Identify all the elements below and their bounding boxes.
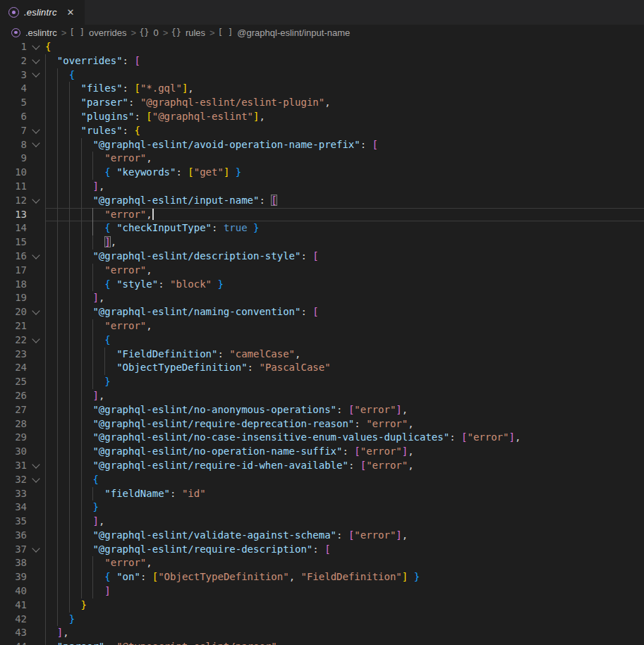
code-text[interactable]: "FieldDefinition": "camelCase", (45, 348, 644, 362)
code-text[interactable]: ], (45, 291, 644, 305)
code-line[interactable]: 5 "parser": "@graphql-eslint/eslint-plug… (0, 96, 644, 110)
code-line[interactable]: 44 "parser": "@typescript-eslint/parser" (0, 640, 644, 645)
code-line[interactable]: 20 "@graphql-eslint/naming-convention": … (0, 305, 644, 319)
code-text[interactable]: "@graphql-eslint/description-style": [ (45, 250, 644, 264)
code-line[interactable]: 6 "plugins": ["@graphql-eslint"], (0, 110, 644, 124)
code-line[interactable]: 11 ], (0, 180, 644, 194)
code-line[interactable]: 21 "error", (0, 319, 644, 333)
code-text[interactable]: "@graphql-eslint/no-case-insensitive-enu… (45, 431, 644, 445)
code-text[interactable]: ], (45, 626, 644, 640)
fold-chevron-icon[interactable] (27, 194, 45, 208)
fold-chevron-icon[interactable] (27, 68, 45, 82)
code-text[interactable]: { "on": ["ObjectTypeDefinition", "FieldD… (45, 570, 644, 584)
code-line[interactable]: 38 "error", (0, 556, 644, 570)
code-text[interactable]: ], (45, 180, 644, 194)
code-line[interactable]: 15 ], (0, 235, 644, 250)
code-line[interactable]: 26 ], (0, 389, 644, 403)
code-line[interactable]: 16 "@graphql-eslint/description-style": … (0, 250, 644, 264)
code-line[interactable]: 9 "error", (0, 152, 644, 166)
code-line[interactable]: 25 } (0, 375, 644, 389)
code-text[interactable]: } (45, 613, 644, 627)
code-line[interactable]: 19 ], (0, 291, 644, 305)
code-line[interactable]: 42 } (0, 613, 644, 627)
code-text[interactable]: ], (45, 515, 644, 529)
code-line[interactable]: 18 { "style": "block" } (0, 278, 644, 292)
breadcrumb-item[interactable]: 0 (154, 27, 159, 38)
fold-chevron-icon[interactable] (27, 40, 45, 54)
code-text[interactable]: "@graphql-eslint/require-description": [ (45, 543, 644, 557)
code-text[interactable]: "@graphql-eslint/naming-convention": [ (45, 305, 644, 319)
code-line[interactable]: 30 "@graphql-eslint/no-operation-name-su… (0, 445, 644, 459)
fold-chevron-icon[interactable] (27, 305, 45, 319)
code-line[interactable]: 8 "@graphql-eslint/avoid-operation-name-… (0, 138, 644, 152)
code-text[interactable]: "fieldName": "id" (45, 487, 644, 501)
code-text[interactable]: ], (45, 389, 644, 403)
code-line[interactable]: 39 { "on": ["ObjectTypeDefinition", "Fie… (0, 570, 644, 584)
fold-chevron-icon[interactable] (27, 543, 45, 557)
code-line[interactable]: 12 "@graphql-eslint/input-name": [ (0, 194, 644, 208)
fold-chevron-icon[interactable] (27, 54, 45, 68)
code-text[interactable]: "error", (45, 556, 644, 570)
code-line[interactable]: 23 "FieldDefinition": "camelCase", (0, 348, 644, 362)
code-line[interactable]: 3 { (0, 68, 644, 82)
code-line[interactable]: 7 "rules": { (0, 124, 644, 138)
code-text[interactable]: { (45, 68, 644, 82)
code-text[interactable]: { (45, 40, 644, 54)
code-line[interactable]: 31 "@graphql-eslint/require-id-when-avai… (0, 459, 644, 473)
code-text[interactable]: } (45, 598, 644, 613)
code-line[interactable]: 37 "@graphql-eslint/require-description"… (0, 543, 644, 557)
fold-chevron-icon[interactable] (27, 473, 45, 487)
code-line[interactable]: 43 ], (0, 626, 644, 640)
code-line[interactable]: 13 "error", (0, 208, 644, 222)
code-text[interactable]: { "keywords": ["get"] } (45, 166, 644, 180)
code-line[interactable]: 35 ], (0, 515, 644, 529)
code-text[interactable]: "@graphql-eslint/avoid-operation-name-pr… (45, 138, 644, 152)
code-text[interactable]: { (45, 333, 644, 348)
code-text[interactable]: { "style": "block" } (45, 278, 644, 292)
code-text[interactable]: "plugins": ["@graphql-eslint"], (45, 110, 644, 124)
code-text[interactable]: "error", (45, 264, 644, 278)
code-text[interactable]: "error", (45, 208, 644, 222)
code-line[interactable]: 14 { "checkInputType": true } (0, 221, 644, 235)
code-line[interactable]: 1{ (0, 40, 644, 54)
code-text[interactable]: "error", (45, 319, 644, 333)
code-line[interactable]: 2 "overrides": [ (0, 54, 644, 68)
code-text[interactable]: "@graphql-eslint/input-name": [ (45, 194, 644, 208)
code-line[interactable]: 40 ] (0, 584, 644, 598)
breadcrumb-item[interactable]: overrides (89, 27, 126, 38)
fold-chevron-icon[interactable] (27, 459, 45, 473)
code-text[interactable]: "error", (45, 152, 644, 166)
close-icon[interactable]: ✕ (66, 7, 76, 18)
code-line[interactable]: 36 "@graphql-eslint/validate-against-sch… (0, 529, 644, 543)
code-text[interactable]: ] (45, 584, 644, 598)
fold-chevron-icon[interactable] (27, 138, 45, 152)
code-text[interactable]: "rules": { (45, 124, 644, 138)
tab-eslintrc[interactable]: .eslintrc ✕ (0, 0, 85, 25)
breadcrumb-item[interactable]: .eslintrc (25, 27, 57, 38)
breadcrumb-item[interactable]: @graphql-eslint/input-name (237, 27, 350, 38)
code-line[interactable]: 33 "fieldName": "id" (0, 487, 644, 501)
code-text[interactable]: "parser": "@graphql-eslint/eslint-plugin… (45, 96, 644, 110)
code-text[interactable]: "files": ["*.gql"], (45, 82, 644, 96)
code-text[interactable]: "@graphql-eslint/no-anonymous-operations… (45, 403, 644, 417)
code-line[interactable]: 4 "files": ["*.gql"], (0, 82, 644, 96)
code-line[interactable]: 34 } (0, 500, 644, 515)
fold-chevron-icon[interactable] (27, 124, 45, 138)
fold-chevron-icon[interactable] (27, 250, 45, 264)
code-text[interactable]: "@graphql-eslint/no-operation-name-suffi… (45, 445, 644, 459)
fold-chevron-icon[interactable] (27, 333, 45, 348)
code-line[interactable]: 29 "@graphql-eslint/no-case-insensitive-… (0, 431, 644, 445)
code-text[interactable]: ], (45, 235, 644, 250)
code-line[interactable]: 17 "error", (0, 264, 644, 278)
code-line[interactable]: 24 "ObjectTypeDefinition": "PascalCase" (0, 361, 644, 375)
code-text[interactable]: } (45, 500, 644, 515)
code-line[interactable]: 41 } (0, 598, 644, 613)
code-text[interactable]: } (45, 375, 644, 389)
code-text[interactable]: "@graphql-eslint/validate-against-schema… (45, 529, 644, 543)
code-text[interactable]: { (45, 473, 644, 487)
code-text[interactable]: "@graphql-eslint/require-deprecation-rea… (45, 417, 644, 431)
code-line[interactable]: 27 "@graphql-eslint/no-anonymous-operati… (0, 403, 644, 417)
breadcrumb-item[interactable]: rules (186, 27, 205, 38)
code-text[interactable]: "ObjectTypeDefinition": "PascalCase" (45, 361, 644, 375)
code-line[interactable]: 22 { (0, 333, 644, 348)
